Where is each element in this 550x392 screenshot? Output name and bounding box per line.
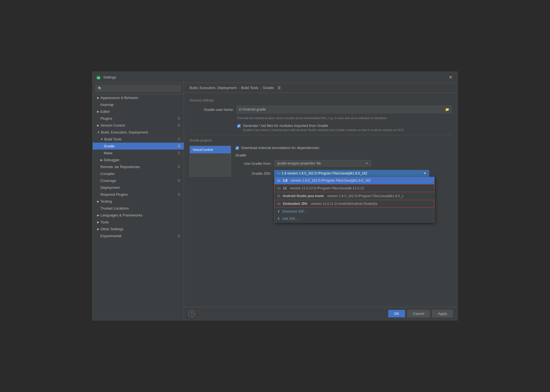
breadcrumb: Build, Execution, Deployment › Build Too… bbox=[184, 83, 457, 93]
window-icon: ☰ bbox=[178, 144, 180, 148]
title-bar: Settings ✕ bbox=[93, 72, 457, 83]
dialog-title: Settings bbox=[103, 75, 116, 79]
sidebar-item-compiler[interactable]: Compiler bbox=[93, 170, 184, 177]
sidebar-item-plugins[interactable]: Plugins ☰ bbox=[93, 115, 184, 122]
expand-icon: ▶ bbox=[100, 158, 103, 161]
sidebar-item-keymap[interactable]: Keymap bbox=[93, 101, 184, 108]
sidebar-item-experimental[interactable]: Experimental ☰ bbox=[93, 232, 184, 239]
sidebar-item-required-plugins[interactable]: Required Plugins ☰ bbox=[93, 191, 184, 198]
sidebar-item-remote-jar[interactable]: Remote Jar Repositories ☰ bbox=[93, 163, 184, 170]
sidebar-item-gradle[interactable]: Gradle ☰ bbox=[93, 143, 184, 150]
sidebar-item-label: Trusted Locations bbox=[100, 206, 180, 210]
sidebar-item-label: Debugger bbox=[104, 158, 180, 162]
sidebar-item-label: Build Tools bbox=[104, 137, 178, 141]
dropdown-arrow: ▼ bbox=[365, 161, 369, 165]
download-annotations-checkbox[interactable] bbox=[235, 146, 239, 150]
svg-rect-8 bbox=[99, 79, 99, 79]
svg-rect-5 bbox=[97, 77, 97, 79]
sidebar-item-debugger[interactable]: ▶ Debugger bbox=[93, 156, 184, 163]
gradle-jdk-dropdown-container: 🗁 1.8 version 1.8.0_162 D:/Program Files… bbox=[274, 170, 429, 177]
sidebar-item-label: Appearance & Behavior bbox=[100, 96, 180, 100]
search-box bbox=[93, 83, 184, 94]
sidebar-item-label: Remote Jar Repositories bbox=[100, 165, 178, 169]
sidebar-item-languages-frameworks[interactable]: ▶ Languages & Frameworks bbox=[93, 212, 184, 219]
sidebar-item-build-exec[interactable]: ▼ Build, Execution, Deployment bbox=[93, 129, 184, 136]
folder-browse-icon[interactable]: 📁 bbox=[445, 108, 449, 111]
help-button[interactable]: ? bbox=[188, 310, 195, 317]
window-icon: ☰ bbox=[178, 179, 180, 182]
gradle-user-home-label: Gradle user home: bbox=[190, 108, 234, 112]
folder-icon: 🗁 bbox=[277, 179, 281, 182]
bottom-right: OK Cancel Apply bbox=[388, 310, 453, 317]
add-jdk-label: Add JDK... bbox=[282, 217, 298, 221]
sidebar-item-label: Keymap bbox=[100, 103, 180, 107]
section-divider bbox=[190, 135, 452, 135]
sidebar-item-appearance[interactable]: ▶ Appearance & Behavior bbox=[93, 94, 184, 101]
svg-line-4 bbox=[99, 76, 100, 76]
svg-line-3 bbox=[97, 76, 98, 76]
gradle-subsection-title: Gradle bbox=[235, 153, 452, 157]
svg-point-2 bbox=[99, 77, 99, 78]
main-content: Build, Execution, Deployment › Build Too… bbox=[184, 83, 457, 320]
breadcrumb-separator: › bbox=[260, 86, 261, 90]
download-jdk-option[interactable]: ⬇ Download JDK... bbox=[274, 208, 434, 215]
jdk-option-4[interactable]: 🗁 Embedded JDK version 11.0.11 D:/Androi… bbox=[274, 200, 434, 208]
project-settings: Download external annotations for depend… bbox=[235, 146, 452, 177]
generate-iml-label: Generate *.iml files for modules importe… bbox=[243, 124, 404, 128]
generate-iml-hint: Enable if you have a mixed project with … bbox=[243, 128, 404, 132]
sidebar-item-label: Experimental bbox=[100, 234, 178, 238]
sidebar-item-label: Make bbox=[104, 151, 178, 155]
jdk-folder-icon: 🗁 bbox=[277, 171, 280, 175]
apply-button[interactable]: Apply bbox=[432, 310, 453, 317]
jdk-option-3[interactable]: 🗁 Android Studio java home version 1.8.0… bbox=[274, 192, 434, 200]
jdk-option-2[interactable]: 🗁 11 version 11.0.13 D:/Program Files/Ja… bbox=[274, 184, 434, 192]
sidebar-item-testing[interactable]: ▶ Testing bbox=[93, 198, 184, 205]
sidebar-item-label: Testing bbox=[100, 199, 180, 203]
gradle-jdk-dropdown[interactable]: 🗁 1.8 version 1.8.0_162 D:/Program Files… bbox=[274, 170, 429, 177]
gradle-jdk-value: 1.8 version 1.8.0_162 D:/Program Files/J… bbox=[282, 171, 367, 175]
gradle-user-home-input[interactable]: D:/Android/.gradle 📁 bbox=[237, 106, 452, 113]
expand-icon: ▶ bbox=[97, 200, 99, 203]
general-settings-title: General settings bbox=[190, 98, 452, 102]
sidebar-item-label: Other Settings bbox=[100, 227, 180, 231]
gradle-user-home-hint: Override the default location where Grad… bbox=[237, 116, 452, 120]
sidebar-item-label: Deployment bbox=[100, 185, 180, 190]
sidebar-item-trusted-locations[interactable]: Trusted Locations bbox=[93, 205, 184, 212]
sidebar-item-other-settings[interactable]: ▶ Other Settings bbox=[93, 226, 184, 232]
use-gradle-from-value: 'gradle-wrapper.properties' file bbox=[277, 161, 321, 165]
add-jdk-option[interactable]: ⬇ Add JDK... bbox=[274, 215, 434, 222]
search-input[interactable] bbox=[95, 85, 181, 92]
ok-button[interactable]: OK bbox=[388, 310, 405, 317]
sidebar-item-version-control[interactable]: ▶ Version Control ☰ bbox=[93, 122, 184, 129]
folder-icon: 🗁 bbox=[277, 194, 281, 198]
sidebar-item-coverage[interactable]: Coverage ☰ bbox=[93, 177, 184, 184]
use-gradle-from-dropdown[interactable]: 'gradle-wrapper.properties' file ▼ bbox=[274, 160, 371, 167]
sidebar-item-label: Tools bbox=[100, 220, 180, 224]
window-icon: ☰ bbox=[178, 137, 180, 141]
project-list: VoiceControl bbox=[190, 146, 231, 177]
window-icon: ☰ bbox=[178, 124, 180, 127]
sidebar-item-label: Coverage bbox=[100, 179, 178, 183]
generate-iml-checkbox[interactable] bbox=[237, 124, 241, 128]
sidebar-item-label: Languages & Frameworks bbox=[100, 213, 180, 217]
sidebar-item-label: Gradle bbox=[104, 144, 178, 148]
sidebar-item-deployment[interactable]: Deployment bbox=[93, 184, 184, 191]
svg-point-1 bbox=[98, 77, 98, 78]
use-gradle-from-label: Use Gradle from: bbox=[235, 161, 271, 166]
expand-icon: ▶ bbox=[97, 110, 99, 113]
gradle-jdk-row: Gradle JDK: 🗁 1.8 version 1.8.0_162 D:/P… bbox=[235, 170, 452, 177]
project-item-voicecontrol[interactable]: VoiceControl bbox=[190, 146, 231, 153]
sidebar-item-tools[interactable]: ▶ Tools bbox=[93, 219, 184, 226]
window-icon: ☰ bbox=[178, 117, 180, 120]
window-icon: ☰ bbox=[178, 151, 180, 155]
jdk-dropdown-list: 🗁 1.8 version 1.8.0_162 D:/Program Files… bbox=[274, 177, 435, 223]
sidebar-item-make[interactable]: Make ☰ bbox=[93, 150, 184, 156]
sidebar-item-build-tools[interactable]: ▼ Build Tools ☰ bbox=[93, 136, 184, 143]
cancel-button[interactable]: Cancel bbox=[407, 310, 430, 317]
window-icon: ☰ bbox=[178, 165, 180, 169]
window-icon: ☰ bbox=[178, 234, 180, 238]
close-button[interactable]: ✕ bbox=[447, 74, 454, 80]
bottom-left: ? bbox=[188, 310, 195, 317]
sidebar-item-editor[interactable]: ▶ Editor bbox=[93, 108, 184, 115]
jdk-option-1[interactable]: 🗁 1.8 version 1.8.0_162 D:/Program Files… bbox=[274, 177, 434, 184]
